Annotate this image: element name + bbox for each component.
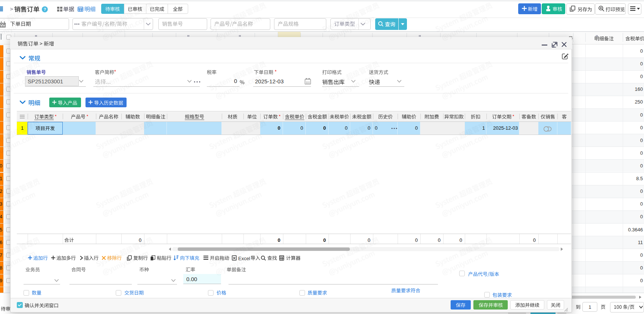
svg-text:?: ? <box>44 7 46 12</box>
